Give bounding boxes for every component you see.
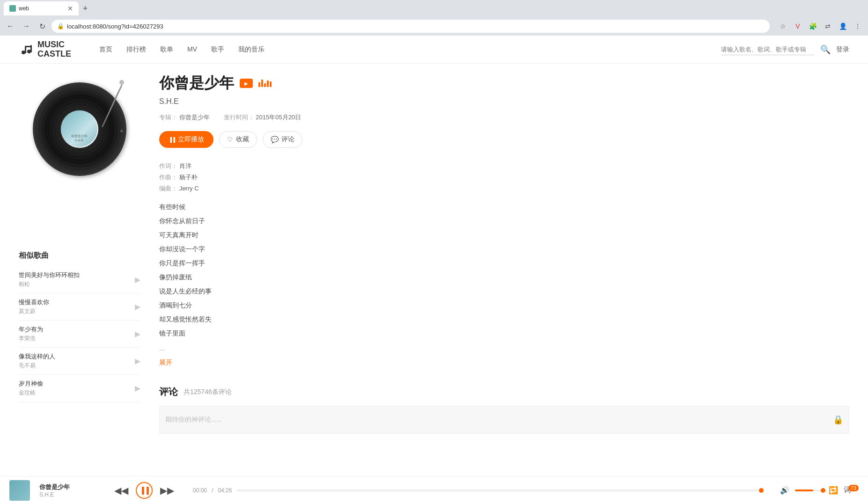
- vinyl-needle: [119, 80, 124, 132]
- song-info: 慢慢喜欢你 莫文蔚: [19, 298, 49, 315]
- browser-tab[interactable]: web ✕: [4, 1, 79, 15]
- volume-icon[interactable]: 🔊: [780, 486, 789, 495]
- play-button-label: 立即播放: [178, 135, 204, 144]
- comments-count: 共125746条评论: [184, 388, 232, 396]
- player-bar: 你曾是少年 S.H.E ◀◀ ▐▐ ▶▶ 00:00 / 04:26 🔊 🔁 词…: [0, 476, 868, 504]
- nav-home[interactable]: 首页: [99, 45, 112, 54]
- album-info: 专辑： 你曾是少年: [159, 113, 210, 122]
- comment-icon: 💬: [271, 136, 279, 143]
- song-name: 岁月神偷: [19, 380, 43, 388]
- arranger-value: Jerry C: [179, 185, 199, 192]
- song-artist: 柏松: [19, 280, 80, 288]
- pause-button[interactable]: ▐▐: [136, 482, 153, 499]
- reload-button[interactable]: ↻: [36, 20, 49, 33]
- nav-mv[interactable]: MV: [187, 45, 197, 54]
- logo-text: MUSIC CASTLE: [37, 40, 71, 59]
- nav-playlist[interactable]: 歌单: [160, 45, 173, 54]
- address-bar: ← → ↻ 🔒 localhost:8080/song?id=426027293…: [0, 17, 868, 36]
- volume-bar[interactable]: [795, 489, 823, 491]
- vinyl-center: 你曾是少年S.H.E: [61, 110, 98, 148]
- song-name: 年少有为: [19, 325, 43, 334]
- prev-button[interactable]: ◀◀: [114, 485, 128, 496]
- header: MUSIC CASTLE 首页 排行榜 歌单 MV 歌手 我的音乐 🔍 登录: [0, 36, 868, 64]
- sync-button[interactable]: ⇄: [821, 20, 834, 33]
- volume-handle[interactable]: [821, 488, 825, 493]
- player-thumbnail: [9, 480, 30, 501]
- svg-point-0: [22, 51, 25, 54]
- play-icon: ▶: [135, 357, 140, 365]
- sidebar: 你曾是少年S.H.E 相似歌曲 世间美好与你环环相扣 柏松 ▶: [19, 73, 140, 434]
- nav-charts[interactable]: 排行榜: [126, 45, 146, 54]
- url-bar[interactable]: 🔒 localhost:8080/song?id=426027293: [51, 20, 770, 33]
- song-name: 慢慢喜欢你: [19, 298, 49, 307]
- forward-button[interactable]: →: [20, 20, 33, 33]
- lock-icon: 🔒: [833, 415, 843, 425]
- menu-button[interactable]: ⋮: [851, 20, 864, 33]
- bar4: [267, 80, 269, 87]
- logo[interactable]: MUSIC CASTLE: [19, 40, 71, 59]
- play-button[interactable]: 立即播放: [159, 131, 213, 148]
- comments-section: 评论 共125746条评论 期待你的神评论...... 🔒: [159, 386, 849, 434]
- bar3: [264, 83, 266, 87]
- lyrics-count-badge: 73: [848, 485, 859, 491]
- nav-my-music[interactable]: 我的音乐: [238, 45, 265, 54]
- repeat-button[interactable]: 🔁: [829, 486, 838, 495]
- player-right-controls: 🔊 🔁 词73: [780, 485, 859, 495]
- vivaldi-button[interactable]: V: [791, 20, 804, 33]
- comments-header: 评论 共125746条评论: [159, 386, 849, 398]
- vinyl-container: 你曾是少年S.H.E: [30, 82, 129, 241]
- new-tab-button[interactable]: +: [79, 2, 92, 15]
- lock-icon: 🔒: [57, 23, 64, 29]
- login-button[interactable]: 登录: [836, 45, 849, 54]
- similar-songs-title: 相似歌曲: [19, 251, 140, 261]
- svg-point-1: [27, 50, 31, 53]
- comment-button[interactable]: 💬 评论: [263, 131, 302, 148]
- nav-artists[interactable]: 歌手: [211, 45, 224, 54]
- collect-button[interactable]: ♡ 收藏: [219, 131, 257, 148]
- volume-fill: [795, 489, 813, 491]
- progress-bar[interactable]: [236, 489, 761, 491]
- similar-songs: 相似歌曲 世间美好与你环环相扣 柏松 ▶ 慢慢喜欢你 莫文蔚 ▶: [19, 251, 140, 402]
- video-mv-icon[interactable]: [240, 79, 253, 88]
- back-button[interactable]: ←: [4, 20, 17, 33]
- list-item[interactable]: 像我这样的人 毛不易 ▶: [19, 348, 140, 375]
- song-info: 世间美好与你环环相扣 柏松: [19, 271, 80, 288]
- bar2: [261, 80, 263, 87]
- tab-close-button[interactable]: ✕: [67, 5, 73, 12]
- pause-icon: ▐▐: [140, 487, 149, 494]
- arranger-label: 编曲：: [159, 185, 177, 192]
- list-item[interactable]: 慢慢喜欢你 莫文蔚 ▶: [19, 293, 140, 321]
- player-song-title: 你曾是少年: [39, 483, 96, 491]
- list-item[interactable]: 世间美好与你环环相扣 柏松 ▶: [19, 266, 140, 293]
- arranger-line: 编曲： Jerry C: [159, 184, 849, 193]
- bookmark-star-button[interactable]: ☆: [776, 20, 789, 33]
- song-artist: 金玟岐: [19, 389, 43, 397]
- extensions-button[interactable]: 🧩: [806, 20, 819, 33]
- player-thumb-art: [9, 480, 30, 501]
- release-info: 发行时间： 2015年05月20日: [224, 113, 301, 122]
- lyricist-label: 作词：: [159, 162, 177, 169]
- lyricist-line: 作词： 肖洋: [159, 162, 849, 170]
- comment-input-box[interactable]: 期待你的神评论...... 🔒: [159, 406, 849, 434]
- account-button[interactable]: 👤: [836, 20, 849, 33]
- comment-label: 评论: [281, 135, 294, 144]
- svg-rect-4: [25, 46, 32, 47]
- search-area: 🔍 登录: [721, 44, 849, 55]
- audio-bars-icon[interactable]: [258, 80, 272, 87]
- search-input[interactable]: [721, 44, 815, 55]
- list-item[interactable]: 岁月神偷 金玟岐 ▶: [19, 375, 140, 402]
- lyrics-button[interactable]: 词73: [844, 485, 859, 495]
- song-artist: 毛不易: [19, 362, 55, 370]
- release-value: 2015年05月20日: [256, 114, 301, 121]
- release-label: 发行时间：: [224, 114, 254, 121]
- search-icon[interactable]: 🔍: [820, 44, 831, 55]
- play-icon: ▶: [135, 302, 140, 311]
- progress-handle[interactable]: [759, 488, 764, 493]
- tab-favicon: [9, 5, 16, 12]
- list-item[interactable]: 年少有为 李荣浩 ▶: [19, 321, 140, 348]
- next-button[interactable]: ▶▶: [160, 485, 174, 496]
- expand-button[interactable]: 展开: [159, 358, 849, 367]
- tab-bar: web ✕ +: [0, 0, 868, 17]
- song-info: 年少有为 李荣浩: [19, 325, 43, 343]
- song-title: 你曾是少年: [159, 73, 234, 94]
